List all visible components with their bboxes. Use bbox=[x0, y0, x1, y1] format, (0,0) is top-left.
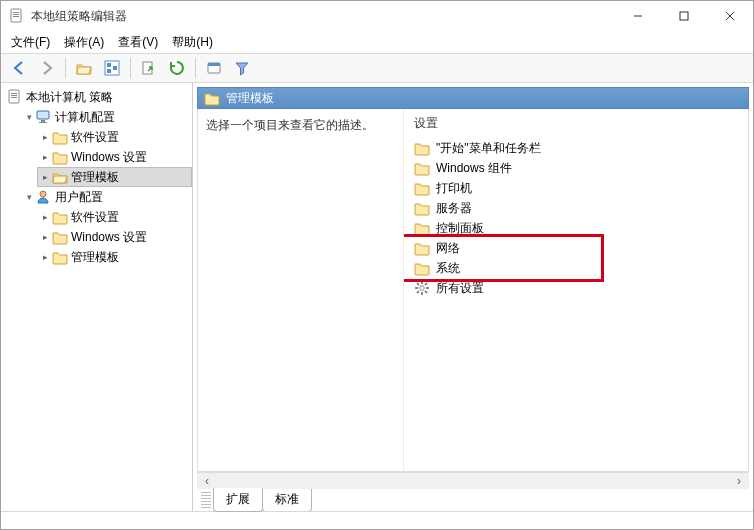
settings-item-label: 服务器 bbox=[436, 200, 472, 217]
tree-root-label: 本地计算机 策略 bbox=[26, 89, 113, 106]
settings-item-label: 系统 bbox=[436, 260, 460, 277]
tree-computer-config[interactable]: ▾ 计算机配置 bbox=[21, 107, 192, 127]
folder-icon bbox=[52, 129, 68, 145]
collapse-icon[interactable]: ▾ bbox=[23, 191, 35, 203]
folder-icon bbox=[414, 140, 430, 156]
tree-computer-templates[interactable]: ▸ 管理模板 bbox=[37, 167, 192, 187]
settings-item-label: 控制面板 bbox=[436, 220, 484, 237]
settings-column-header[interactable]: 设置 bbox=[404, 109, 748, 136]
expand-icon[interactable]: ▸ bbox=[39, 231, 51, 243]
toolbar-separator bbox=[195, 58, 196, 78]
folder-icon bbox=[52, 209, 68, 225]
folder-icon bbox=[52, 149, 68, 165]
tree-user-windows[interactable]: ▸ Windows 设置 bbox=[37, 227, 192, 247]
tab-standard[interactable]: 标准 bbox=[262, 489, 312, 512]
titlebar: 本地组策略编辑器 bbox=[1, 1, 753, 31]
computer-icon bbox=[36, 109, 52, 125]
toolbar-separator bbox=[130, 58, 131, 78]
settings-item-label: 网络 bbox=[436, 240, 460, 257]
tree-user-config[interactable]: ▾ 用户配置 bbox=[21, 187, 192, 207]
sidebar-tree[interactable]: 本地计算机 策略 ▾ 计算机配置 ▸ 软件设置 bbox=[1, 83, 193, 511]
expand-icon[interactable]: ▸ bbox=[39, 131, 51, 143]
scroll-right-arrow[interactable]: › bbox=[731, 474, 747, 489]
tree-node-label: 管理模板 bbox=[71, 249, 119, 266]
folder-icon bbox=[414, 180, 430, 196]
tab-extended[interactable]: 扩展 bbox=[213, 488, 263, 512]
svg-rect-25 bbox=[680, 12, 688, 20]
settings-item[interactable]: 服务器 bbox=[414, 198, 738, 218]
folder-icon bbox=[414, 260, 430, 276]
folder-icon bbox=[52, 249, 68, 265]
statusbar bbox=[1, 511, 753, 529]
tree-computer-software[interactable]: ▸ 软件设置 bbox=[37, 127, 192, 147]
tree-user-software[interactable]: ▸ 软件设置 bbox=[37, 207, 192, 227]
settings-list[interactable]: "开始"菜单和任务栏Windows 组件打印机服务器控制面板网络系统所有设置 bbox=[404, 136, 748, 471]
menu-view[interactable]: 查看(V) bbox=[118, 34, 158, 51]
description-panel: 选择一个项目来查看它的描述。 bbox=[198, 109, 403, 471]
settings-item[interactable]: "开始"菜单和任务栏 bbox=[414, 138, 738, 158]
properties-button[interactable] bbox=[202, 56, 226, 80]
nav-back-button[interactable] bbox=[7, 56, 31, 80]
folder-icon bbox=[414, 160, 430, 176]
settings-item-label: "开始"菜单和任务栏 bbox=[436, 140, 541, 157]
tree-node-label: Windows 设置 bbox=[71, 229, 147, 246]
tab-grip bbox=[201, 492, 211, 508]
tree-node-label: 软件设置 bbox=[71, 209, 119, 226]
folder-icon bbox=[414, 220, 430, 236]
settings-item-label: 打印机 bbox=[436, 180, 472, 197]
tree-root[interactable]: 本地计算机 策略 bbox=[5, 87, 192, 107]
settings-item[interactable]: 系统 bbox=[414, 258, 738, 278]
menu-file[interactable]: 文件(F) bbox=[11, 34, 50, 51]
settings-item-label: 所有设置 bbox=[436, 280, 484, 297]
tree-user-templates[interactable]: ▸ 管理模板 bbox=[37, 247, 192, 267]
folder-up-button[interactable] bbox=[72, 56, 96, 80]
path-banner: 管理模板 bbox=[197, 87, 749, 109]
window-maximize-button[interactable] bbox=[661, 1, 707, 31]
menubar: 文件(F) 操作(A) 查看(V) 帮助(H) bbox=[1, 31, 753, 53]
toolbar-separator bbox=[65, 58, 66, 78]
folder-open-icon bbox=[52, 169, 68, 185]
toolbar bbox=[1, 53, 753, 83]
tree-user-label: 用户配置 bbox=[55, 189, 103, 206]
user-icon bbox=[36, 189, 52, 205]
nav-forward-button[interactable] bbox=[35, 56, 59, 80]
folder-icon bbox=[414, 240, 430, 256]
path-label: 管理模板 bbox=[226, 90, 274, 107]
expand-icon[interactable]: ▸ bbox=[39, 211, 51, 223]
app-icon bbox=[9, 8, 25, 24]
tree-node-label: 软件设置 bbox=[71, 129, 119, 146]
window-minimize-button[interactable] bbox=[615, 1, 661, 31]
folder-icon bbox=[204, 90, 220, 106]
scroll-left-arrow[interactable]: ‹ bbox=[199, 474, 215, 489]
horizontal-scrollbar[interactable]: ‹ › bbox=[197, 472, 749, 489]
tree-computer-windows[interactable]: ▸ Windows 设置 bbox=[37, 147, 192, 167]
view-tabs: 扩展 标准 bbox=[193, 489, 753, 511]
settings-item[interactable]: 打印机 bbox=[414, 178, 738, 198]
tree-toggle-button[interactable] bbox=[100, 56, 124, 80]
menu-action[interactable]: 操作(A) bbox=[64, 34, 104, 51]
settings-item[interactable]: 网络 bbox=[414, 238, 738, 258]
settings-item[interactable]: Windows 组件 bbox=[414, 158, 738, 178]
settings-item[interactable]: 控制面板 bbox=[414, 218, 738, 238]
filter-button[interactable] bbox=[230, 56, 254, 80]
settings-item-label: Windows 组件 bbox=[436, 160, 512, 177]
folder-icon bbox=[52, 229, 68, 245]
folder-icon bbox=[414, 200, 430, 216]
expand-icon[interactable]: ▸ bbox=[39, 151, 51, 163]
menu-help[interactable]: 帮助(H) bbox=[172, 34, 213, 51]
refresh-button[interactable] bbox=[165, 56, 189, 80]
description-text: 选择一个项目来查看它的描述。 bbox=[206, 118, 374, 132]
export-list-button[interactable] bbox=[137, 56, 161, 80]
expand-icon[interactable]: ▸ bbox=[39, 171, 51, 183]
gear-icon bbox=[414, 280, 430, 296]
tree-node-label: 管理模板 bbox=[71, 169, 119, 186]
window-close-button[interactable] bbox=[707, 1, 753, 31]
settings-item[interactable]: 所有设置 bbox=[414, 278, 738, 298]
document-icon bbox=[7, 89, 23, 105]
tree-computer-label: 计算机配置 bbox=[55, 109, 115, 126]
collapse-icon[interactable]: ▾ bbox=[23, 111, 35, 123]
tree-node-label: Windows 设置 bbox=[71, 149, 147, 166]
expand-icon[interactable]: ▸ bbox=[39, 251, 51, 263]
window-title: 本地组策略编辑器 bbox=[31, 8, 127, 25]
